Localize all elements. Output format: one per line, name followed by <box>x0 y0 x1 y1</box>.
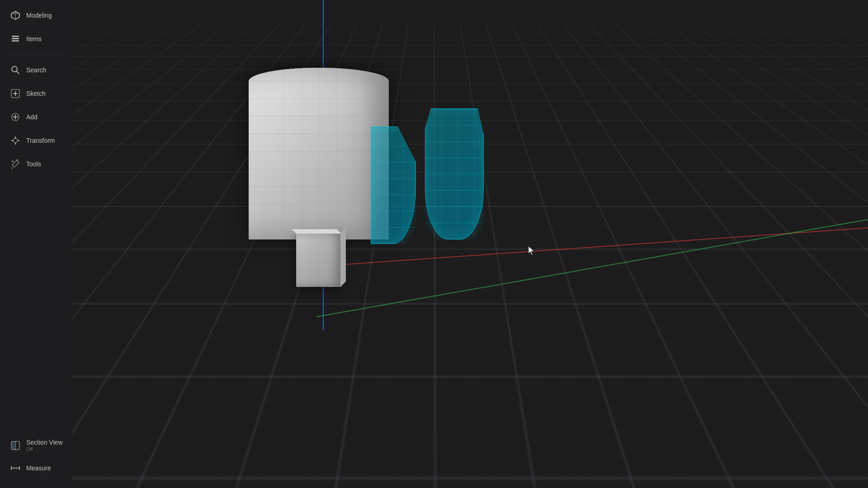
sidebar-label-modeling: Modeling <box>26 12 52 19</box>
svg-rect-4 <box>12 38 19 39</box>
sidebar-item-transform[interactable]: Transform <box>3 130 70 151</box>
sidebar-bottom: Section View Off Measure <box>0 433 72 484</box>
sidebar-label-transform: Transform <box>26 137 55 144</box>
cylinder-base-box <box>296 233 341 287</box>
sidebar-label-items: Items <box>26 35 42 42</box>
sketch-icon <box>9 87 22 100</box>
svg-line-20 <box>12 168 13 169</box>
section-view-icon <box>9 439 22 452</box>
sidebar-label-section-view: Section View <box>26 439 63 446</box>
cylinder-body <box>249 68 389 239</box>
sidebar-label-sketch: Sketch <box>26 90 46 97</box>
section-view-status: Off <box>26 446 63 452</box>
svg-point-14 <box>13 138 18 143</box>
sidebar-label-tools: Tools <box>26 160 41 168</box>
teal-shape-right <box>425 108 484 239</box>
svg-line-19 <box>17 160 18 160</box>
sidebar-item-sketch[interactable]: Sketch <box>3 83 70 104</box>
sidebar-label-add: Add <box>26 113 38 121</box>
sidebar-item-measure[interactable]: Measure <box>3 457 70 479</box>
sidebar-item-section-view[interactable]: Section View Off <box>3 434 70 456</box>
sidebar-item-search[interactable]: Search <box>3 59 70 81</box>
sidebar-spacer <box>0 176 72 433</box>
svg-rect-23 <box>12 442 15 449</box>
tools-icon <box>9 158 22 170</box>
sidebar-item-tools[interactable]: Tools <box>3 153 70 175</box>
measure-icon <box>9 462 22 474</box>
3d-viewport[interactable] <box>0 0 868 488</box>
sidebar-label-measure: Measure <box>26 465 51 472</box>
search-icon <box>9 64 22 76</box>
sidebar-label-search: Search <box>26 66 46 74</box>
sidebar-item-add[interactable]: Add <box>3 106 70 128</box>
sidebar-divider-1 <box>5 54 67 55</box>
grid-background <box>0 0 868 26</box>
layers-icon <box>9 33 22 45</box>
sidebar: Modeling Items Search <box>0 0 72 488</box>
cube-icon <box>9 9 22 22</box>
sidebar-item-modeling[interactable]: Modeling <box>3 5 70 26</box>
svg-rect-3 <box>12 36 19 37</box>
transform-icon <box>9 134 22 147</box>
add-icon <box>9 111 22 123</box>
svg-line-7 <box>17 71 19 74</box>
sidebar-item-items[interactable]: Items <box>3 28 70 50</box>
svg-rect-5 <box>12 40 19 42</box>
